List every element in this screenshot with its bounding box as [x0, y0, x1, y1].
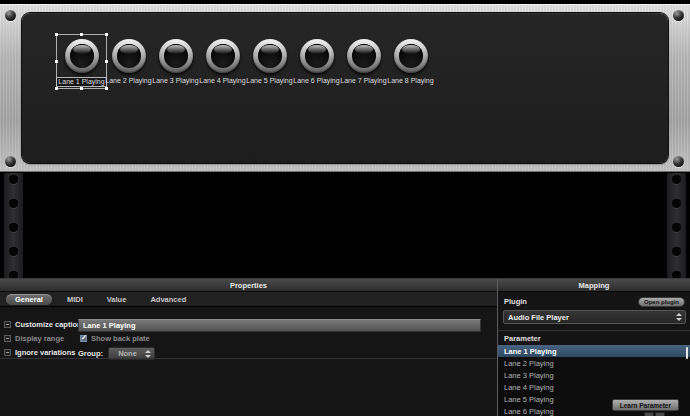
- customize-caption-label: Customize caption: [15, 320, 82, 329]
- rack-hole-icon: [9, 175, 18, 184]
- show-back-plate-checkbox[interactable]: [80, 335, 87, 342]
- properties-tab[interactable]: Value: [98, 294, 136, 305]
- inspector-area: Properties GeneralMIDIValueAdvanced Cust…: [0, 278, 690, 416]
- knob-control[interactable]: Lane 2 Playing: [105, 39, 152, 87]
- selection-handle[interactable]: [105, 33, 108, 36]
- mainstage-edit-window: Lane 1 Playing: [0, 0, 690, 416]
- rack-hole-icon: [9, 247, 18, 256]
- rack-hole-icon: [672, 175, 681, 184]
- knob-icon[interactable]: [394, 39, 428, 73]
- plugin-value: Audio File Player: [508, 313, 569, 322]
- knob-caption: Lane 8 Playing: [387, 77, 433, 85]
- caption-input[interactable]: Lane 1 Playing: [78, 319, 481, 332]
- plugin-label: Plugin: [504, 297, 527, 306]
- knob-caption: Lane 4 Playing: [199, 77, 245, 85]
- ignore-variations-row: Ignore variations: [4, 348, 75, 357]
- parameter-list-item[interactable]: Lane 2 Playing: [498, 357, 690, 369]
- mapping-panel: Mapping Plugin Open plugin Audio File Pl…: [497, 279, 690, 416]
- knob-icon[interactable]: [65, 39, 99, 73]
- properties-header: Properties: [0, 279, 497, 292]
- knob-icon[interactable]: [159, 39, 193, 73]
- knob-row: Lane 1 Playing: [58, 39, 434, 87]
- knob-control[interactable]: Lane 5 Playing: [246, 39, 293, 87]
- caption-value: Lane 1 Playing: [83, 321, 136, 330]
- display-range-label: Display range: [15, 334, 64, 343]
- parameter-list-item[interactable]: Lane 1 Playing: [498, 345, 690, 357]
- show-back-plate-row: Show back plate: [80, 334, 150, 343]
- rack-hole-icon: [672, 223, 681, 232]
- control-faceplate: Lane 1 Playing: [22, 13, 668, 163]
- knob-icon[interactable]: [347, 39, 381, 73]
- open-plugin-button[interactable]: Open plugin: [638, 297, 685, 307]
- selection-handle[interactable]: [55, 33, 58, 36]
- rack-hole-icon: [9, 199, 18, 208]
- knob-control[interactable]: Lane 8 Playing: [387, 39, 434, 87]
- knob-control[interactable]: Lane 6 Playing: [293, 39, 340, 87]
- mapping-title: Mapping: [579, 281, 610, 290]
- parameter-list-item[interactable]: Lane 3 Playing: [498, 369, 690, 381]
- knob-icon[interactable]: [253, 39, 287, 73]
- screw-icon: [5, 10, 16, 21]
- rack-rail-right: [667, 173, 686, 278]
- knob-caption: Lane 3 Playing: [152, 77, 198, 85]
- learn-parameter-button[interactable]: Learn Parameter: [612, 399, 679, 411]
- selection-handle[interactable]: [105, 87, 108, 90]
- knob-control[interactable]: Lane 3 Playing: [152, 39, 199, 87]
- stepper-arrows-icon: [676, 313, 682, 321]
- rack-rail-left: [4, 173, 23, 278]
- properties-separator: [0, 358, 497, 359]
- properties-panel: Properties GeneralMIDIValueAdvanced Cust…: [0, 279, 497, 416]
- properties-tab[interactable]: Advanced: [141, 294, 195, 305]
- clipped-controls: [644, 412, 666, 416]
- knob-caption: Lane 1 Playing: [56, 77, 106, 87]
- properties-tabbar: GeneralMIDIValueAdvanced: [0, 292, 497, 307]
- ignore-variations-label: Ignore variations: [15, 348, 75, 357]
- caption-field-row: Lane 1 Playing: [78, 319, 481, 332]
- selection-handle[interactable]: [55, 87, 58, 90]
- plugin-select[interactable]: Audio File Player: [503, 310, 686, 324]
- knob-icon[interactable]: [300, 39, 334, 73]
- selection-handle[interactable]: [80, 33, 83, 36]
- knob-control[interactable]: Lane 7 Playing: [340, 39, 387, 87]
- scrollbar-thumb[interactable]: [686, 347, 688, 359]
- customize-caption-row: Customize caption: [4, 320, 82, 329]
- rack-hole-icon: [672, 247, 681, 256]
- stepper-arrows-icon: [145, 350, 151, 358]
- knob-icon[interactable]: [206, 39, 240, 73]
- properties-tab[interactable]: MIDI: [58, 294, 92, 305]
- group-value: None: [118, 349, 137, 358]
- customize-caption-checkbox[interactable]: [4, 321, 11, 328]
- group-label: Group:: [78, 349, 103, 358]
- screw-icon: [673, 156, 684, 167]
- ignore-variations-checkbox[interactable]: [4, 349, 11, 356]
- properties-title: Properties: [230, 281, 267, 290]
- knob-icon[interactable]: [112, 39, 146, 73]
- mapping-header: Mapping: [498, 279, 690, 292]
- properties-tab[interactable]: General: [6, 294, 52, 305]
- knob-caption: Lane 6 Playing: [293, 77, 339, 85]
- display-range-checkbox[interactable]: [4, 335, 11, 342]
- parameter-label: Parameter: [504, 334, 541, 343]
- parameter-list-item[interactable]: Lane 4 Playing: [498, 381, 690, 393]
- screw-icon: [5, 156, 16, 167]
- rack-hole-icon: [9, 223, 18, 232]
- plugin-row: Plugin Open plugin: [504, 296, 685, 307]
- knob-control[interactable]: Lane 4 Playing: [199, 39, 246, 87]
- knob-caption: Lane 7 Playing: [340, 77, 386, 85]
- mapping-separator: [498, 330, 690, 331]
- rack-metal-panel: Lane 1 Playing: [0, 4, 690, 172]
- selection-handle[interactable]: [55, 60, 58, 63]
- show-back-plate-label: Show back plate: [91, 334, 150, 343]
- knob-caption: Lane 5 Playing: [246, 77, 292, 85]
- display-range-row: Display range: [4, 334, 64, 343]
- knob-caption: Lane 2 Playing: [105, 77, 151, 85]
- knob-control[interactable]: Lane 1 Playing: [58, 39, 105, 87]
- selection-handle[interactable]: [80, 87, 83, 90]
- screw-icon: [673, 10, 684, 21]
- rack-hole-icon: [672, 199, 681, 208]
